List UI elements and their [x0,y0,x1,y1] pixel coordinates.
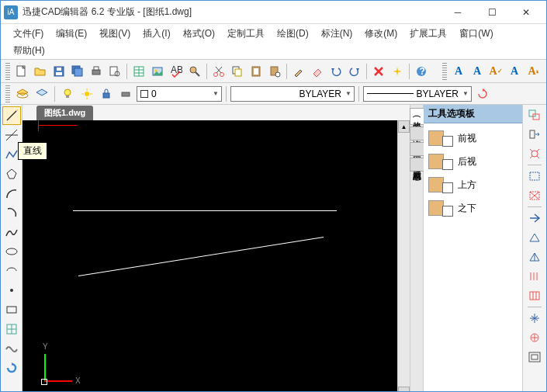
sun-icon[interactable] [78,85,95,102]
scroll-down-button[interactable]: ▼ [398,387,410,392]
ellipse-tool[interactable] [2,242,21,261]
maximize-button[interactable]: ☐ [475,2,509,23]
text-a5[interactable]: A₁ [524,63,542,80]
layer-dropdown[interactable]: 0 [137,86,222,102]
menu-draw[interactable]: 绘图(D) [271,26,315,42]
view-back[interactable]: 后视 [427,150,519,173]
rt-icon-10[interactable] [525,287,544,304]
vtab-modify[interactable]: 修改( [410,108,424,125]
menu-dim[interactable]: 标注(N) [315,26,359,42]
rt-icon-6[interactable] [525,210,544,227]
menu-modify[interactable]: 修改(M) [358,26,403,42]
rt-icon-12[interactable] [525,329,544,346]
menu-help[interactable]: 帮助(H) [7,43,51,59]
text-a2[interactable]: A [469,63,486,80]
point-tool[interactable] [2,281,21,300]
arc2-tool[interactable] [2,203,21,222]
refresh-icon[interactable] [474,85,491,102]
vtab-orbit[interactable]: 三维动态观察 [410,158,424,172]
view-label: 后视 [458,155,476,168]
sparkle-icon[interactable] [389,63,406,80]
view-top[interactable]: 上方 [427,173,519,196]
toolbar-grip[interactable] [5,85,10,102]
svg-rect-7 [94,67,99,70]
menu-file[interactable]: 文件(F) [7,26,50,42]
linetype-value: BYLAYER [417,88,459,99]
polygon-tool[interactable] [2,165,21,183]
print-icon[interactable] [88,63,105,80]
cut-icon[interactable] [210,63,227,80]
menu-insert[interactable]: 插入(I) [137,26,176,42]
svg-point-55 [531,151,538,157]
layer-prev-icon[interactable] [33,85,50,102]
ellipse-arc-tool[interactable] [2,262,21,280]
save-icon[interactable] [50,63,68,80]
help-icon[interactable]: ? [413,63,430,80]
svg-rect-35 [66,95,69,98]
lock-icon[interactable] [98,85,115,102]
circle-tool[interactable] [2,223,21,241]
menu-edit[interactable]: 编辑(E) [50,26,93,42]
drawn-line-2 [78,237,324,276]
rt-icon-11[interactable] [525,310,544,327]
svg-line-22 [216,67,221,73]
menu-view[interactable]: 视图(V) [93,26,137,42]
rt-icon-7[interactable] [525,229,544,246]
rt-icon-3[interactable] [525,145,544,162]
arc-tool[interactable] [2,184,21,203]
undo-icon[interactable] [327,63,344,80]
vtab-query[interactable]: 查询 [410,127,424,140]
spell-icon[interactable]: ABC [168,63,185,80]
match-prop-icon[interactable] [290,63,307,80]
text-a1[interactable]: A [450,63,467,80]
print-layer-icon[interactable] [117,85,134,102]
text-a3[interactable]: A✓ [487,63,504,80]
text-tool[interactable] [2,339,21,358]
rt-icon-2[interactable] [525,126,544,143]
rectangle-tool[interactable] [2,300,21,319]
menu-ext[interactable]: 扩展工具 [403,26,453,42]
separator [528,307,542,307]
search-icon[interactable] [186,63,203,80]
print-preview-icon[interactable] [106,63,123,80]
new-doc-icon[interactable] [13,63,30,80]
rt-icon-1[interactable] [525,106,544,123]
view-bottom[interactable]: 之下 [427,196,519,220]
line-tool[interactable] [2,106,21,125]
view-front[interactable]: 前视 [427,127,519,150]
refresh-tool[interactable] [2,359,21,377]
menu-window[interactable]: 窗口(W) [453,26,499,42]
doc-tab[interactable]: 图纸1.dwg [36,106,93,120]
scroll-up-button[interactable]: ▲ [398,120,410,133]
bulb-icon[interactable] [59,85,76,102]
linetype-dropdown[interactable]: BYLAYER [363,86,472,102]
menu-custom[interactable]: 定制工具 [221,26,271,42]
vtab-view[interactable]: 视图 [410,142,424,156]
eraser-icon[interactable] [309,63,326,80]
toolbar-grip[interactable] [442,63,447,80]
menu-format[interactable]: 格式(O) [177,26,221,42]
vertical-scrollbar[interactable]: ▲ ▼ [397,120,410,392]
paste-icon[interactable] [248,63,265,80]
table-icon[interactable] [130,63,147,80]
close-button[interactable]: ✕ [509,2,543,23]
rt-icon-8[interactable] [525,248,544,265]
drawing-canvas[interactable]: Y X [23,120,397,392]
layer-icon[interactable] [14,85,31,102]
toolbar-grip[interactable] [5,63,10,80]
minimize-button[interactable]: ─ [441,2,475,23]
hatch-tool[interactable] [2,320,21,338]
delete-icon[interactable] [370,63,387,80]
copy-icon[interactable] [229,63,246,80]
paste-special-icon[interactable] [266,63,283,80]
rt-icon-13[interactable] [525,349,544,366]
color-dropdown[interactable]: BYLAYER [230,86,355,102]
save-all-icon[interactable] [69,63,86,80]
rt-icon-5[interactable] [525,187,544,204]
rt-icon-9[interactable] [525,268,544,285]
text-a4[interactable]: A [506,63,523,80]
image-icon[interactable] [149,63,166,80]
redo-icon[interactable] [346,63,363,80]
open-icon[interactable] [32,63,49,80]
rt-icon-4[interactable] [525,168,544,185]
